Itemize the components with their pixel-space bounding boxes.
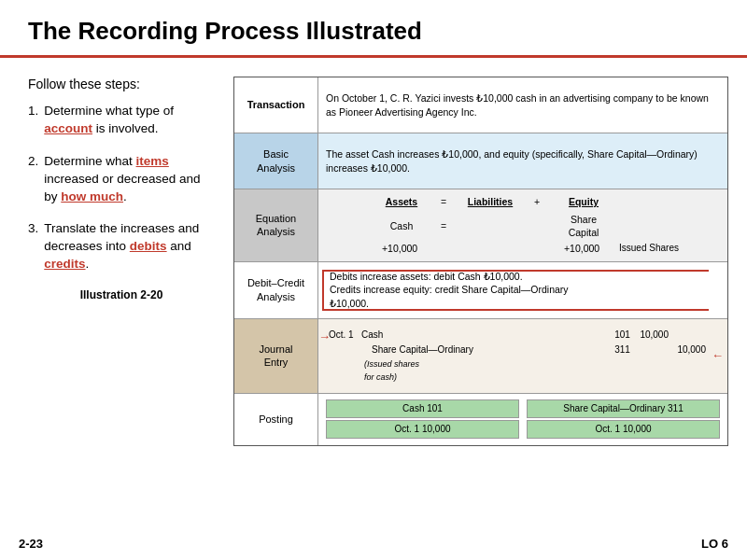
- journal-entry-row-1: Oct. 1 Cash 101 10,000: [326, 328, 709, 343]
- debit-credit-content: Debits increase assets: debit Cash ₺10,0…: [318, 262, 727, 318]
- cash-ledger-entry: Oct. 1 10,000: [326, 420, 519, 439]
- je-date-3: [326, 357, 359, 371]
- debit-credit-line2: Credits increase equity: credit Share Ca…: [330, 283, 699, 297]
- je-desc-2: Share Capital—Ordinary: [359, 343, 611, 357]
- journal-entry-row-2: Share Capital—Ordinary 311 10,000: [326, 343, 709, 357]
- journal-entry-row: JournalEntry → ← Oct. 1 Cash 101 10,000: [234, 319, 727, 394]
- share-ledger-header: Share Capital—Ordinary 311: [527, 399, 720, 418]
- share-ledger-entry: Oct. 1 10,000: [527, 420, 720, 439]
- posting-label: Posting: [234, 394, 318, 445]
- debit-credit-line3: ₺10,000.: [330, 297, 699, 311]
- step-1-num: 1.: [28, 103, 38, 138]
- cash-ledger-header: Cash 101: [326, 399, 519, 418]
- je-debit-1: 10,000: [634, 328, 671, 343]
- step-2: 2. Determine what items increased or dec…: [28, 153, 215, 206]
- step-1-text: Determine what type of account is involv…: [44, 103, 215, 138]
- how-much-link[interactable]: how much: [61, 189, 123, 203]
- basic-analysis-content: The asset Cash increases ₺10,000, and eq…: [318, 133, 727, 189]
- illustration-table: Transaction On October 1, C. R. Yazici i…: [233, 77, 728, 446]
- transaction-content: On October 1, C. R. Yazici invests ₺10,0…: [318, 77, 727, 133]
- debits-link[interactable]: debits: [130, 239, 167, 253]
- share-value: +10,000: [544, 242, 619, 256]
- step-3-text: Translate the increases and decreases in…: [44, 220, 215, 273]
- items-link[interactable]: items: [136, 154, 169, 168]
- credits-link[interactable]: credits: [44, 257, 85, 271]
- je-ref-1: 101: [611, 328, 634, 343]
- page-footer: 2-23 LO 6: [0, 537, 747, 551]
- equation-analysis-label: EquationAnalysis: [234, 189, 318, 261]
- equation-analysis-content: Assets = Liabilities + Equity Cash =: [318, 189, 727, 261]
- account-link[interactable]: account: [44, 121, 92, 135]
- posting-content: Cash 101 Oct. 1 10,000 Share Capital—Ord…: [318, 394, 727, 445]
- step-2-text: Determine what items increased or decrea…: [44, 153, 215, 206]
- basic-analysis-label: BasicAnalysis: [234, 133, 318, 189]
- je-ref-2: 311: [611, 343, 634, 357]
- je-date-1: Oct. 1: [326, 328, 359, 343]
- basic-analysis-row: BasicAnalysis The asset Cash increases ₺…: [234, 133, 727, 189]
- debit-credit-row: Debit–CreditAnalysis Debits increase ass…: [234, 262, 727, 319]
- je-date-2: [326, 343, 359, 357]
- transaction-row: Transaction On October 1, C. R. Yazici i…: [234, 77, 727, 133]
- step-1: 1. Determine what type of account is inv…: [28, 103, 215, 138]
- je-desc-4: for cash): [359, 371, 611, 385]
- equals-symbol: =: [434, 195, 453, 209]
- assets-label: Assets: [386, 196, 417, 207]
- step-3-num: 3.: [28, 220, 38, 273]
- journal-entry-content: → ← Oct. 1 Cash 101 10,000: [318, 319, 727, 393]
- cash-value: +10,000: [367, 242, 432, 256]
- cash-ledger: Cash 101 Oct. 1 10,000: [326, 399, 519, 439]
- journal-entry-row-4: for cash): [326, 371, 709, 385]
- step-3: 3. Translate the increases and decreases…: [28, 220, 215, 273]
- journal-arrow-right: ←: [712, 347, 724, 364]
- intro-text: Follow these steps:: [28, 77, 215, 91]
- equity-label: Equity: [569, 196, 599, 207]
- je-desc-1: Cash: [359, 328, 611, 343]
- plus-symbol: +: [528, 195, 546, 209]
- page-number: 2-23: [19, 537, 43, 551]
- posting-row: Posting Cash 101 Oct. 1 10,000 Share Cap…: [234, 394, 727, 445]
- debit-credit-line1: Debits increase assets: debit Cash ₺10,0…: [330, 270, 699, 284]
- journal-entry-label: JournalEntry: [234, 319, 318, 393]
- step-2-num: 2.: [28, 153, 38, 206]
- journal-table: Oct. 1 Cash 101 10,000 Share Capital—Ord…: [326, 328, 709, 385]
- illustration-label: Illustration 2-20: [28, 288, 215, 301]
- transaction-label: Transaction: [234, 77, 318, 133]
- left-panel: Follow these steps: 1. Determine what ty…: [28, 77, 215, 446]
- page-title: The Recording Process Illustrated: [0, 0, 747, 55]
- equation-analysis-row: EquationAnalysis Assets = Liabilities + …: [234, 189, 727, 262]
- je-empty-3: [611, 357, 709, 371]
- journal-entry-row-3: (Issued shares: [326, 357, 709, 371]
- lo-indicator: LO 6: [701, 537, 728, 551]
- cash-label: Cash: [369, 219, 434, 233]
- equals-symbol-2: =: [434, 219, 453, 233]
- issued-label: Issued Shares: [619, 242, 679, 255]
- liabilities-label: Liabilities: [468, 196, 513, 207]
- je-date-4: [326, 371, 359, 385]
- je-credit-2: 10,000: [671, 343, 709, 357]
- share-ledger: Share Capital—Ordinary 311 Oct. 1 10,000: [527, 399, 720, 439]
- share-capital-label: ShareCapital: [546, 213, 621, 240]
- je-debit-2: [634, 343, 671, 357]
- je-credit-1: [671, 328, 709, 343]
- journal-arrow: →: [318, 329, 331, 345]
- je-desc-3: (Issued shares: [359, 357, 611, 371]
- je-empty-4: [611, 371, 709, 385]
- debit-credit-label: Debit–CreditAnalysis: [234, 262, 318, 318]
